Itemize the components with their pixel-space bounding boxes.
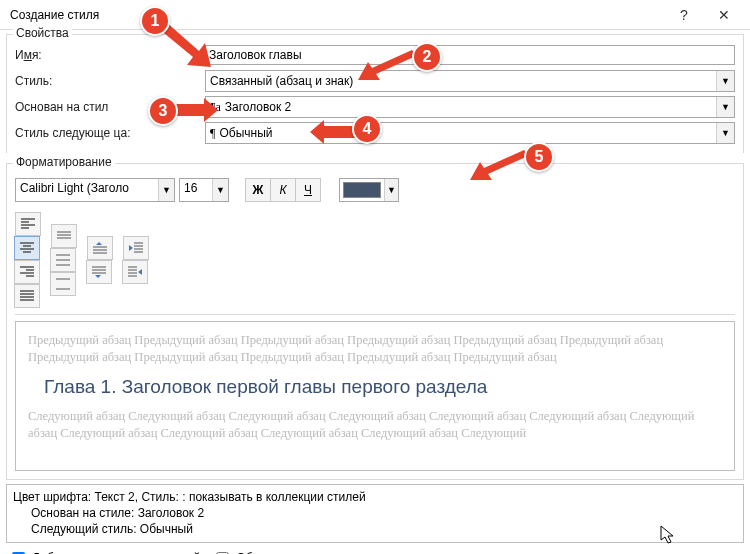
help-button[interactable]: ? — [664, 1, 704, 29]
space-before-dec-button[interactable] — [86, 260, 112, 284]
dialog-title: Создание стиля — [6, 8, 664, 22]
callout-5: 5 — [524, 142, 554, 172]
preview-pane: Предыдущий абзац Предыдущий абзац Предыд… — [15, 321, 735, 471]
line-spacing-1-button[interactable] — [51, 224, 77, 248]
style-description: Цвет шрифта: Текст 2, Стиль: : показыват… — [6, 484, 744, 543]
space-before-inc-button[interactable] — [87, 236, 113, 260]
chevron-down-icon: ▼ — [716, 123, 734, 143]
name-input[interactable] — [205, 45, 735, 65]
chevron-down-icon: ▼ — [212, 179, 228, 201]
line-spacing-2-button[interactable] — [50, 272, 76, 296]
chevron-down-icon: ▼ — [384, 179, 398, 201]
italic-button[interactable]: К — [270, 178, 296, 202]
align-left-button[interactable] — [15, 212, 41, 236]
chevron-down-icon: ▼ — [158, 179, 174, 201]
line-spacing-15-button[interactable] — [50, 248, 76, 272]
formatting-legend: Форматирование — [13, 155, 115, 169]
callout-1: 1 — [140, 6, 170, 36]
callout-3: 3 — [148, 96, 178, 126]
callout-2: 2 — [412, 42, 442, 72]
add-to-collection-checkbox[interactable]: Добавить в коллекцию стилей — [8, 549, 200, 554]
next-style-label: Стиль следующе ца: — [15, 126, 205, 140]
based-on-dropdown[interactable]: ¶aЗаголовок 2 ▼ — [205, 96, 735, 118]
color-swatch — [343, 182, 381, 198]
svg-marker-2 — [172, 98, 218, 122]
align-right-button[interactable] — [14, 260, 40, 284]
chevron-down-icon: ▼ — [716, 97, 734, 117]
bold-button[interactable]: Ж — [245, 178, 271, 202]
underline-button[interactable]: Ч — [295, 178, 321, 202]
next-style-dropdown[interactable]: ¶Обычный ▼ — [205, 122, 735, 144]
style-dropdown[interactable]: Связанный (абзац и знак) ▼ — [205, 70, 735, 92]
style-label: Стиль: — [15, 74, 205, 88]
align-justify-button[interactable] — [14, 284, 40, 308]
preview-heading: Глава 1. Заголовок первой главы первого … — [44, 376, 722, 398]
svg-marker-1 — [358, 50, 416, 80]
indent-increase-button[interactable] — [122, 260, 148, 284]
close-button[interactable]: ✕ — [704, 1, 744, 29]
align-center-button[interactable] — [14, 236, 40, 260]
callout-4: 4 — [352, 114, 382, 144]
svg-marker-3 — [310, 120, 356, 144]
font-dropdown[interactable]: Calibri Light (Заголо ▼ — [15, 178, 175, 202]
properties-legend: Свойства — [13, 26, 72, 40]
svg-marker-4 — [470, 150, 528, 180]
font-size-dropdown[interactable]: 16 ▼ — [179, 178, 229, 202]
auto-update-checkbox[interactable]: Обновлять автоматически — [212, 549, 383, 554]
chevron-down-icon: ▼ — [716, 71, 734, 91]
mouse-cursor-icon — [660, 525, 676, 545]
indent-decrease-button[interactable] — [123, 236, 149, 260]
font-color-dropdown[interactable]: ▼ — [339, 178, 399, 202]
